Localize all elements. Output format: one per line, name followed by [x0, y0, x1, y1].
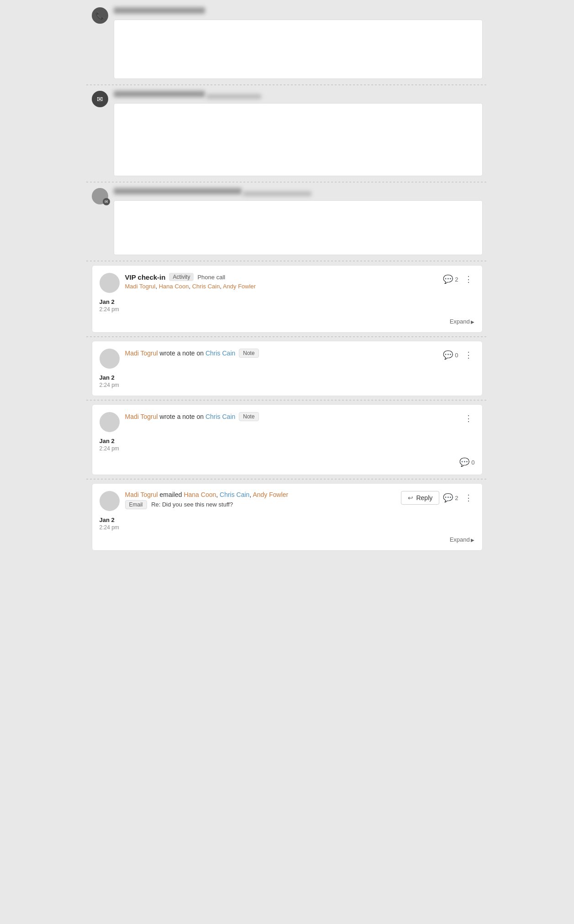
blurred-sub-2	[206, 94, 261, 99]
note-2-footer: 💬 0	[100, 457, 475, 467]
note-1-subject[interactable]: Chris Cain	[205, 350, 235, 357]
blurred-title-3	[114, 188, 242, 194]
reply-arrow-icon: ↩	[408, 494, 413, 501]
note-1-date-row: Jan 2 2:24 pm	[100, 374, 475, 388]
vip-comment-count: 💬 2	[443, 274, 458, 284]
note-2-info: Madi Togrul wrote a note on Chris Cain N…	[125, 412, 462, 421]
blurred-activity-email: ✉	[86, 87, 488, 180]
note-1-action: wrote a note on	[160, 350, 205, 357]
note-1-time: 2:24 pm	[100, 382, 475, 388]
email-date: Jan 2	[100, 517, 475, 523]
separator-4	[86, 336, 488, 337]
note-1-header: Madi Togrul wrote a note on Chris Cain N…	[100, 349, 475, 369]
vip-comment-num: 2	[455, 276, 458, 283]
email-date-row: Jan 2 2:24 pm	[100, 517, 475, 531]
note-2-badge: Note	[239, 412, 258, 421]
email-more-button[interactable]: ⋮	[462, 491, 475, 504]
email-card: Madi Togrul emailed Hana Coon, Chris Cai…	[92, 483, 483, 551]
phone-icon: 📞	[92, 7, 108, 24]
note-1-author[interactable]: Madi Togrul	[125, 350, 158, 357]
note-card-2: Madi Togrul wrote a note on Chris Cain N…	[92, 404, 483, 475]
blurred-title-1	[114, 7, 205, 14]
email-badge: Email	[125, 500, 147, 509]
note-2-text: Madi Togrul wrote a note on Chris Cain	[125, 413, 236, 420]
note-card-1: Madi Togrul wrote a note on Chris Cain N…	[92, 341, 483, 396]
vip-card-header: VIP check-in Activity Phone call Madi To…	[100, 273, 475, 293]
blurred-content-3	[114, 188, 483, 255]
note-2-header: Madi Togrul wrote a note on Chris Cain N…	[100, 412, 475, 432]
email-recipient-chris[interactable]: Chris Cain	[220, 491, 249, 498]
email-title-row: Madi Togrul emailed Hana Coon, Chris Cai…	[125, 491, 401, 498]
note-2-action: wrote a note on	[160, 413, 205, 420]
vip-activity-badge: Activity	[169, 273, 194, 281]
note-1-comment-count: 💬 0	[443, 350, 458, 360]
vip-title-row: VIP check-in Activity Phone call	[125, 273, 443, 281]
note-2-bubble: 💬	[459, 457, 469, 467]
blurred-sub-3	[243, 191, 311, 196]
email-expand-link[interactable]: Expand	[450, 536, 475, 543]
separator-6	[86, 479, 488, 480]
reply-label: Reply	[416, 494, 432, 501]
blurred-activity-phone: 📞	[86, 4, 488, 83]
email-icon-1: ✉	[92, 91, 108, 107]
email-badge-icon: ✉	[103, 198, 110, 205]
separator-5	[86, 400, 488, 401]
vip-card-footer: Expand	[100, 318, 475, 325]
vip-avatar	[100, 273, 120, 293]
email-author[interactable]: Madi Togrul	[125, 491, 158, 498]
email-card-footer: Expand	[100, 536, 475, 543]
note-2-date: Jan 2	[100, 438, 475, 444]
note-1-badge: Note	[239, 349, 258, 358]
vip-participants: Madi Togrul, Hana Coon, Chris Cain, Andy…	[125, 283, 443, 290]
note-2-avatar	[100, 412, 120, 432]
blurred-box-1	[114, 20, 483, 79]
note-1-more-button[interactable]: ⋮	[462, 349, 475, 361]
vip-expand-link[interactable]: Expand	[450, 318, 475, 325]
note-2-date-row: Jan 2 2:24 pm	[100, 438, 475, 452]
email-recipient-andy[interactable]: Andy Fowler	[253, 491, 288, 498]
separator-1	[86, 84, 488, 85]
note-1-title-row: Madi Togrul wrote a note on Chris Cain N…	[125, 349, 443, 358]
email-action-text: emailed	[160, 491, 184, 498]
email-comment-count: 💬 2	[443, 493, 458, 503]
email-recipient-hana[interactable]: Hana Coon	[184, 491, 216, 498]
note-2-meta-right: ⋮	[462, 412, 475, 425]
note-1-date: Jan 2	[100, 374, 475, 381]
vip-title: VIP check-in	[125, 273, 166, 281]
participant-andy-1[interactable]: Andy Fowler	[223, 283, 256, 290]
blurred-activity-avatar-email: ✉	[86, 184, 488, 259]
blurred-box-2	[114, 103, 483, 176]
vip-checkin-card: VIP check-in Activity Phone call Madi To…	[92, 265, 483, 333]
note-1-text: Madi Togrul wrote a note on Chris Cain	[125, 350, 236, 357]
email-meta-right: ↩ Reply 💬 2 ⋮	[401, 491, 474, 505]
note-2-more-button[interactable]: ⋮	[462, 412, 475, 425]
blurred-content-2	[114, 91, 483, 176]
participant-hana-1[interactable]: Hana Coon	[159, 283, 189, 290]
vip-phone-badge: Phone call	[197, 274, 225, 281]
note-1-count: 0	[455, 352, 458, 359]
email-subject-row: Email Re: Did you see this new stuff?	[125, 500, 401, 509]
email-avatar	[100, 491, 120, 511]
email-description: Madi Togrul emailed Hana Coon, Chris Cai…	[125, 491, 289, 498]
note-1-meta-right: 💬 0 ⋮	[443, 349, 474, 361]
vip-more-button[interactable]: ⋮	[462, 273, 475, 286]
note-2-subject[interactable]: Chris Cain	[205, 413, 235, 420]
vip-date-row: Jan 2 2:24 pm	[100, 298, 475, 313]
reply-button[interactable]: ↩ Reply	[401, 491, 439, 505]
email-subject-text: Re: Did you see this new stuff?	[151, 501, 233, 508]
blurred-title-2	[114, 91, 205, 97]
vip-speech-bubble: 💬	[443, 274, 453, 284]
blurred-box-3	[114, 200, 483, 255]
email-card-header: Madi Togrul emailed Hana Coon, Chris Cai…	[100, 491, 475, 511]
email-count: 2	[455, 495, 458, 501]
note-2-comment-count: 💬 0	[459, 457, 474, 467]
email-card-info: Madi Togrul emailed Hana Coon, Chris Cai…	[125, 491, 401, 509]
separator-3	[86, 261, 488, 261]
participant-chris-1[interactable]: Chris Cain	[192, 283, 220, 290]
participant-madi-1[interactable]: Madi Togrul	[125, 283, 156, 290]
feed-container: 📞 ✉ ✉	[86, 0, 488, 558]
note-2-author[interactable]: Madi Togrul	[125, 413, 158, 420]
note-2-count: 0	[471, 459, 474, 466]
note-1-bubble: 💬	[443, 350, 453, 360]
vip-meta-right: 💬 2 ⋮	[443, 273, 474, 286]
